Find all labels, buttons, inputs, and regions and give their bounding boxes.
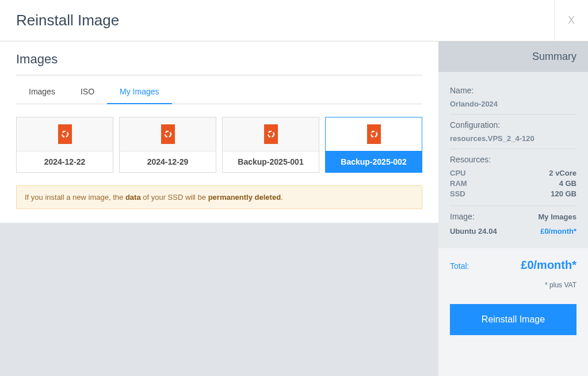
resource-key: RAM <box>450 179 467 188</box>
modal-body: Images Images ISO My Images 2024-12-22 <box>0 41 588 376</box>
summary-config-value: resources.VPS_2_4-120 <box>450 134 576 143</box>
ubuntu-icon <box>264 124 278 144</box>
ubuntu-icon <box>367 124 381 144</box>
warning-bold-deleted: permanently deleted <box>208 193 281 202</box>
summary-image-price: £0/month* <box>540 227 576 236</box>
tab-images[interactable]: Images <box>16 80 68 104</box>
card-label: 2024-12-22 <box>17 151 113 172</box>
svg-point-10 <box>269 131 270 132</box>
ubuntu-icon <box>161 124 175 144</box>
svg-point-11 <box>269 136 270 138</box>
summary-column: Summary Name: Orlando-2024 Configuration… <box>438 41 588 376</box>
summary-heading: Summary <box>438 41 588 72</box>
summary-body: Name: Orlando-2024 Configuration: resour… <box>438 72 588 248</box>
resource-ram: RAM 4 GB <box>450 179 576 188</box>
images-section: Images Images ISO My Images 2024-12-22 <box>0 41 438 223</box>
summary-row-resources: Resources: CPU 2 vCore RAM 4 GB SSD 120 … <box>450 149 576 206</box>
image-card[interactable]: Backup-2025-001 <box>222 117 319 173</box>
resource-cpu: CPU 2 vCore <box>450 169 576 177</box>
summary-lower: Total: £0/month* * plus VAT Reinstall Im… <box>438 248 588 376</box>
tab-my-images[interactable]: My Images <box>107 80 171 104</box>
tabs: Images ISO My Images <box>16 80 422 104</box>
summary-config-label: Configuration: <box>450 120 576 130</box>
ubuntu-icon <box>58 124 72 144</box>
summary-name-value: Orlando-2024 <box>450 100 576 108</box>
modal-title: Reinstall Image <box>16 12 119 29</box>
summary-image-label: Image: <box>450 212 475 221</box>
total-value: £0/month* <box>521 259 576 272</box>
resource-value: 120 GB <box>551 189 576 198</box>
warning-text-mid: of your SSD will be <box>141 193 208 202</box>
svg-point-7 <box>166 136 167 138</box>
card-icon-wrap <box>120 117 216 151</box>
reinstall-image-modal: Reinstall Image X Images Images ISO My I… <box>0 0 588 376</box>
svg-point-15 <box>372 136 373 138</box>
close-icon: X <box>568 14 575 26</box>
close-button[interactable]: X <box>554 0 588 41</box>
svg-point-3 <box>63 136 64 138</box>
total-label: Total: <box>450 261 469 271</box>
card-label: 2024-12-29 <box>120 151 216 172</box>
image-card[interactable]: 2024-12-22 <box>16 117 113 173</box>
summary-row-image: Image: My Images Ubuntu 24.04 £0/month* <box>450 206 576 241</box>
resource-ssd: SSD 120 GB <box>450 189 576 198</box>
warning-banner: If you install a new image, the data of … <box>16 185 422 209</box>
total-row: Total: £0/month* <box>450 259 576 272</box>
resource-value: 2 vCore <box>549 169 576 177</box>
svg-point-13 <box>376 134 377 135</box>
summary-row-name: Name: Orlando-2024 <box>450 80 576 114</box>
summary-resources-label: Resources: <box>450 155 576 164</box>
warning-bold-data: data <box>125 193 141 202</box>
section-title: Images <box>16 52 422 75</box>
main-lower-fill <box>0 223 438 376</box>
svg-point-1 <box>67 134 68 135</box>
image-cards: 2024-12-22 2024-12-29 <box>16 117 422 173</box>
main-column: Images Images ISO My Images 2024-12-22 <box>0 41 438 376</box>
svg-point-14 <box>372 131 373 132</box>
svg-point-6 <box>166 131 167 132</box>
summary-row-config: Configuration: resources.VPS_2_4-120 <box>450 114 576 149</box>
card-label: Backup-2025-001 <box>223 151 319 172</box>
tab-iso[interactable]: ISO <box>68 80 107 104</box>
reinstall-button[interactable]: Reinstall Image <box>450 304 576 335</box>
resource-value: 4 GB <box>559 179 576 188</box>
modal-header: Reinstall Image X <box>0 0 588 41</box>
resource-key: SSD <box>450 189 465 198</box>
svg-point-5 <box>170 134 171 135</box>
summary-image-os: Ubuntu 24.04 <box>450 227 497 236</box>
warning-text-post: . <box>281 193 283 202</box>
vat-note: * plus VAT <box>450 281 576 289</box>
image-card-selected[interactable]: Backup-2025-002 <box>325 117 422 173</box>
card-label: Backup-2025-002 <box>326 151 422 172</box>
svg-point-9 <box>273 134 274 135</box>
card-icon-wrap <box>17 117 113 151</box>
resource-key: CPU <box>450 169 465 177</box>
summary-image-type: My Images <box>539 212 576 221</box>
svg-point-2 <box>63 131 64 132</box>
summary-name-label: Name: <box>450 86 576 95</box>
warning-text-pre: If you install a new image, the <box>25 193 125 202</box>
card-icon-wrap <box>326 117 422 151</box>
image-card[interactable]: 2024-12-29 <box>119 117 216 173</box>
card-icon-wrap <box>223 117 319 151</box>
